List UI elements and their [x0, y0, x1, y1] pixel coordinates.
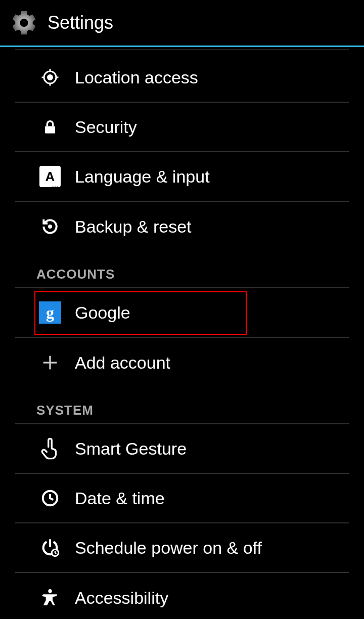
item-label: Security — [75, 117, 137, 137]
accent-divider — [0, 46, 364, 47]
page-title: Settings — [48, 12, 113, 33]
app-header: Settings — [0, 0, 364, 46]
section-header-accounts: ACCOUNTS — [15, 251, 349, 288]
location-icon — [37, 65, 63, 90]
svg-rect-6 — [45, 126, 55, 134]
lock-icon — [37, 114, 63, 140]
item-label: Accessibility — [75, 588, 168, 608]
item-label: Google — [75, 303, 130, 323]
item-label: Add account — [75, 353, 170, 373]
item-location-access[interactable]: Location access — [15, 53, 349, 103]
svg-point-1 — [48, 75, 53, 80]
backup-icon — [37, 214, 63, 239]
gesture-icon — [37, 436, 63, 461]
svg-point-13 — [48, 589, 52, 593]
item-date-time[interactable]: Date & time — [15, 474, 349, 523]
item-label: Location access — [75, 68, 198, 87]
item-accessibility[interactable]: Accessibility — [15, 573, 349, 619]
clock-icon — [37, 485, 63, 511]
accessibility-icon — [37, 585, 63, 610]
item-label: Backup & reset — [75, 217, 192, 237]
item-add-account[interactable]: Add account — [15, 338, 349, 387]
item-security[interactable]: Security — [15, 103, 349, 152]
item-label: Date & time — [75, 489, 165, 508]
item-schedule-power[interactable]: Schedule power on & off — [15, 523, 349, 573]
item-language-input[interactable]: A Language & input — [15, 152, 349, 202]
language-icon: A — [37, 164, 63, 189]
divider — [15, 49, 349, 50]
item-google-account[interactable]: g Google — [15, 288, 349, 338]
gear-icon — [10, 9, 38, 37]
plus-icon — [37, 350, 63, 375]
settings-list: Location access Security A Language & in… — [0, 53, 364, 619]
highlight-box — [34, 291, 247, 335]
item-backup-reset[interactable]: Backup & reset — [15, 202, 349, 251]
item-smart-gesture[interactable]: Smart Gesture — [15, 424, 349, 474]
item-label: Smart Gesture — [75, 439, 187, 459]
power-schedule-icon — [37, 535, 63, 560]
item-label: Schedule power on & off — [75, 538, 262, 558]
section-header-system: SYSTEM — [15, 387, 349, 424]
svg-point-7 — [48, 225, 52, 229]
item-label: Language & input — [75, 167, 210, 187]
google-icon: g — [37, 300, 63, 325]
